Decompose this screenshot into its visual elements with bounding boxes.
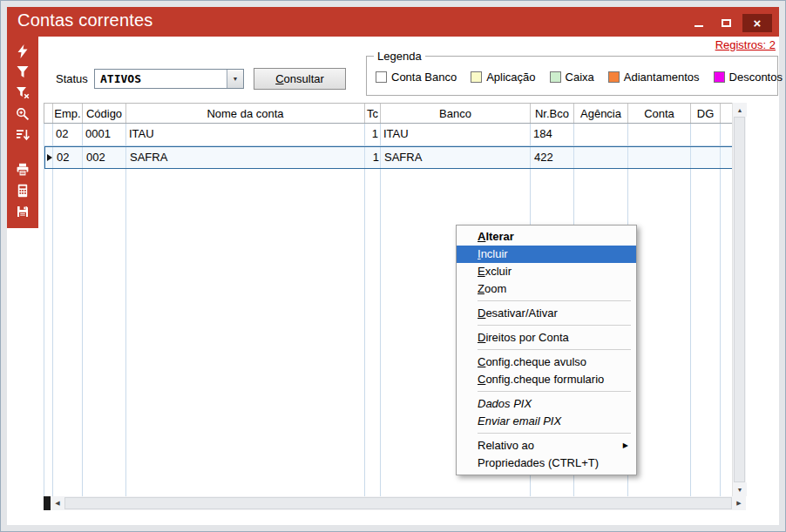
menu-item-config-cheque-formulario[interactable]: Config.cheque formulario <box>457 371 636 388</box>
scroll-right-button[interactable]: ▶ <box>732 496 746 510</box>
menu-item-dados-pix[interactable]: Dados PIX <box>457 395 636 413</box>
legend-items: Conta Banco Aplicação Caixa Adiantamento… <box>367 57 777 84</box>
menu-item-excluir[interactable]: Excluir <box>457 263 636 280</box>
menu-separator <box>478 349 631 350</box>
row-indicator-cell <box>44 124 53 145</box>
column-header-nrbco[interactable]: Nr.Bco <box>531 104 574 123</box>
print-button[interactable] <box>10 160 35 179</box>
clear-filter-button[interactable] <box>10 84 35 103</box>
calculator-icon <box>16 184 30 198</box>
scroll-left-icon: ◀ <box>55 500 59 507</box>
page-title: Contas correntes <box>17 10 153 30</box>
scroll-up-button[interactable]: ▲ <box>733 103 747 117</box>
report-button[interactable] <box>10 181 35 200</box>
close-icon: × <box>754 16 762 30</box>
scroll-up-icon: ▲ <box>737 107 743 113</box>
magnifier-icon <box>16 107 30 121</box>
scroll-down-button[interactable]: ▼ <box>733 482 747 496</box>
conta-banco-checkbox[interactable] <box>376 71 387 83</box>
grid-bottom-corner <box>44 496 51 510</box>
registros-link[interactable]: Registros: 2 <box>715 38 776 51</box>
grid-cell: 02 <box>54 147 84 168</box>
title-bar: Contas correntes × <box>7 7 779 37</box>
sort-button[interactable] <box>10 125 35 145</box>
adiantamentos-checkbox[interactable] <box>608 71 620 83</box>
grid-cell: 002 <box>84 147 127 168</box>
floppy-save-icon <box>16 205 30 219</box>
status-dropdown[interactable]: ATIVOS ▼ <box>94 69 244 89</box>
grid-cell: 1 <box>365 124 381 145</box>
application-window: Contas correntes × Registros: 2 <box>0 0 786 532</box>
close-button[interactable]: × <box>742 14 772 32</box>
menu-item-config-cheque-avulso[interactable]: Config.cheque avulso <box>457 354 636 371</box>
status-dropdown-button[interactable]: ▼ <box>227 70 243 88</box>
table-row[interactable]: 02 0001 ITAU 1 ITAU 184 <box>44 124 733 146</box>
submenu-arrow-icon: ▶ <box>623 441 628 449</box>
column-header-tc[interactable]: Tc <box>365 104 381 123</box>
grid-cell <box>575 147 629 168</box>
grid-cell <box>691 124 721 145</box>
filter-clear-icon <box>16 86 30 100</box>
grid-cell: ITAU <box>126 124 365 145</box>
legend-label: Caixa <box>566 71 594 84</box>
menu-separator <box>478 325 631 326</box>
descontos-checkbox[interactable] <box>714 71 725 83</box>
lightning-icon <box>16 44 30 58</box>
menu-item-direitos-por-conta[interactable]: Direitos por Conta <box>457 329 636 347</box>
grid-cell: 184 <box>531 124 574 145</box>
maximize-button[interactable] <box>715 14 736 31</box>
column-header-banco[interactable]: Banco <box>381 104 531 123</box>
table-row-selected[interactable]: 02 002 SAFRA 1 SAFRA 422 <box>44 146 733 169</box>
chevron-down-icon: ▼ <box>233 76 239 82</box>
save-button[interactable] <box>10 202 35 221</box>
run-button[interactable] <box>10 42 35 61</box>
grid-cell: ITAU <box>381 124 531 145</box>
legend-label: Descontos <box>729 71 783 84</box>
column-header-emp[interactable]: Emp. <box>53 104 83 123</box>
zoom-button[interactable] <box>10 104 35 124</box>
grid-cell <box>629 147 692 168</box>
row-indicator-cell <box>45 147 54 168</box>
vertical-scrollbar-thumb[interactable] <box>734 117 745 482</box>
column-header-agencia[interactable]: Agência <box>574 104 628 123</box>
legend-label: Aplicação <box>486 71 535 84</box>
column-header-indicator <box>44 104 53 123</box>
menu-item-relativo-ao[interactable]: Relativo ao ▶ <box>457 437 636 455</box>
status-label: Status <box>56 72 88 85</box>
scroll-left-button[interactable]: ◀ <box>51 496 64 510</box>
menu-item-propriedades[interactable]: Propriedades (CTRL+T) <box>457 455 636 472</box>
legend-item-aplicacao: Aplicação <box>471 71 535 84</box>
menu-separator <box>478 300 631 301</box>
menu-separator <box>478 391 631 392</box>
menu-item-alterar[interactable]: Alterar <box>457 228 636 246</box>
grid-cell: SAFRA <box>382 147 532 168</box>
grid-cell: 02 <box>53 124 83 145</box>
horizontal-scrollbar-thumb[interactable] <box>64 497 732 509</box>
legend-item-adiantamentos: Adiantamentos <box>608 71 700 84</box>
selected-row-arrow-icon <box>47 154 52 161</box>
caixa-checkbox[interactable] <box>550 71 561 83</box>
menu-item-zoom[interactable]: Zoom <box>457 280 636 298</box>
filter-button[interactable] <box>10 63 35 82</box>
column-header-dg[interactable]: DG <box>691 104 721 123</box>
grid-cell: 422 <box>532 147 575 168</box>
menu-item-incluir[interactable]: Incluir <box>457 246 636 263</box>
grid-cell: 1 <box>366 147 382 168</box>
grid-cell <box>628 124 691 145</box>
column-header-codigo[interactable]: Código <box>83 104 126 123</box>
horizontal-scrollbar[interactable]: ◀ ▶ <box>51 496 746 510</box>
legend-groupbox: Legenda Conta Banco Aplicação Caixa Adia… <box>366 56 778 96</box>
vertical-scrollbar[interactable]: ▲ ▼ <box>732 103 746 496</box>
legend-item-descontos: Descontos <box>714 71 783 84</box>
side-toolbar <box>7 37 38 228</box>
menu-item-desativar-ativar[interactable]: Desativar/Ativar <box>457 305 636 322</box>
menu-item-enviar-email-pix[interactable]: Enviar email PIX <box>457 413 636 430</box>
grid-cell <box>692 147 722 168</box>
column-header-conta[interactable]: Conta <box>628 104 691 123</box>
minimize-button[interactable] <box>688 14 709 31</box>
column-header-nome[interactable]: Nome da conta <box>126 104 365 123</box>
consultar-button[interactable]: Consultar <box>254 68 346 90</box>
grid-header: Emp. Código Nome da conta Tc Banco Nr.Bc… <box>44 103 732 124</box>
aplicacao-checkbox[interactable] <box>471 71 482 83</box>
sort-icon <box>16 128 30 142</box>
